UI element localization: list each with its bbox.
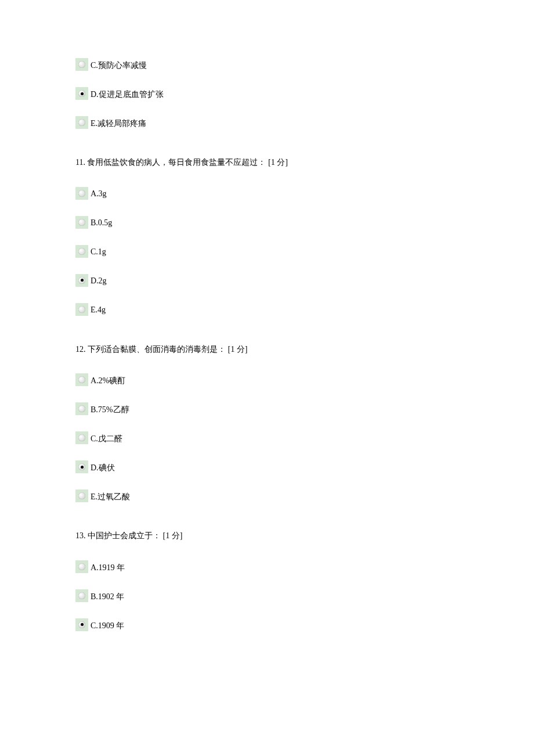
radio-selected[interactable]	[75, 618, 88, 631]
radio-icon	[78, 463, 85, 470]
radio-icon	[78, 592, 85, 599]
option-label: A.2%碘酊	[91, 376, 125, 386]
radio-unselected[interactable]	[75, 560, 88, 573]
radio-unselected[interactable]	[75, 373, 88, 386]
radio-dot-icon	[81, 92, 84, 95]
option-row[interactable]: B.75%乙醇	[75, 402, 459, 415]
option-label: E.4g	[91, 305, 106, 315]
radio-unselected[interactable]	[75, 303, 88, 316]
option-label: A.3g	[91, 189, 107, 199]
option-row[interactable]: C.1909 年	[75, 618, 459, 631]
radio-icon	[78, 61, 85, 68]
option-label: B.1902 年	[91, 592, 124, 602]
option-label: B.0.5g	[91, 218, 112, 228]
radio-unselected[interactable]	[75, 489, 88, 502]
radio-icon	[78, 90, 85, 97]
radio-icon	[78, 119, 85, 126]
option-label: E.过氧乙酸	[91, 492, 130, 502]
radio-icon	[78, 405, 85, 412]
option-label: C.预防心率减慢	[91, 60, 147, 71]
radio-unselected[interactable]	[75, 116, 88, 129]
option-label: B.75%乙醇	[91, 405, 129, 415]
option-row[interactable]: B.0.5g	[75, 216, 459, 229]
question-text: 11. 食用低盐饮食的病人，每日食用食盐量不应超过： [1 分]	[75, 157, 459, 168]
option-row[interactable]: C.预防心率减慢	[75, 58, 459, 71]
option-row[interactable]: A.3g	[75, 187, 459, 200]
radio-icon	[78, 219, 85, 226]
option-label: A.1919 年	[91, 563, 125, 573]
radio-selected[interactable]	[75, 274, 88, 287]
option-row[interactable]: A.2%碘酊	[75, 373, 459, 386]
radio-icon	[78, 190, 85, 197]
question-text: 12. 下列适合黏膜、创面消毒的消毒剂是： [1 分]	[75, 344, 459, 355]
option-label: C.戊二醛	[91, 434, 122, 444]
radio-icon	[78, 621, 85, 628]
option-row[interactable]: E.4g	[75, 303, 459, 316]
radio-icon	[78, 376, 85, 383]
question-text: 13. 中国护士会成立于： [1 分]	[75, 530, 459, 542]
option-label: D.促进足底血管扩张	[91, 89, 164, 100]
option-row[interactable]: D.2g	[75, 274, 459, 287]
radio-dot-icon	[81, 623, 84, 626]
radio-icon	[78, 306, 85, 313]
radio-dot-icon	[81, 279, 84, 282]
option-row[interactable]: D.促进足底血管扩张	[75, 87, 459, 100]
radio-selected[interactable]	[75, 460, 88, 473]
option-label: C.1909 年	[91, 621, 124, 631]
option-row[interactable]: E.过氧乙酸	[75, 489, 459, 502]
option-label: C.1g	[91, 247, 106, 257]
radio-icon	[78, 434, 85, 441]
radio-icon	[78, 277, 85, 284]
option-row[interactable]: E.减轻局部疼痛	[75, 116, 459, 129]
option-label: D.2g	[91, 276, 107, 286]
radio-icon	[78, 492, 85, 499]
option-row[interactable]: C.戊二醛	[75, 431, 459, 444]
option-label: D.碘伏	[91, 463, 115, 473]
radio-unselected[interactable]	[75, 216, 88, 229]
radio-dot-icon	[81, 466, 84, 469]
option-row[interactable]: C.1g	[75, 245, 459, 258]
radio-unselected[interactable]	[75, 402, 88, 415]
radio-icon	[78, 248, 85, 255]
radio-selected[interactable]	[75, 87, 88, 100]
radio-unselected[interactable]	[75, 245, 88, 258]
option-row[interactable]: A.1919 年	[75, 560, 459, 573]
option-row[interactable]: D.碘伏	[75, 460, 459, 473]
radio-unselected[interactable]	[75, 58, 88, 71]
option-row[interactable]: B.1902 年	[75, 589, 459, 602]
radio-unselected[interactable]	[75, 589, 88, 602]
radio-unselected[interactable]	[75, 187, 88, 200]
radio-unselected[interactable]	[75, 431, 88, 444]
radio-icon	[78, 563, 85, 570]
option-label: E.减轻局部疼痛	[91, 118, 146, 129]
